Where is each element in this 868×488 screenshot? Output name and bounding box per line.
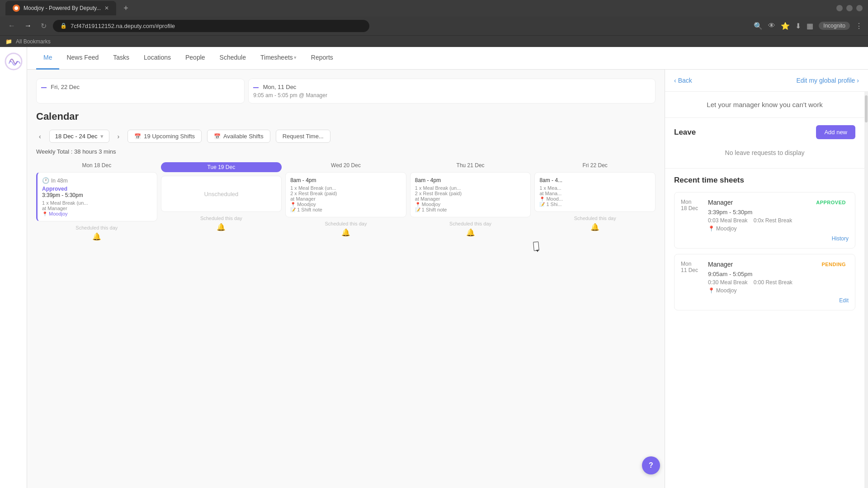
available-shifts-button[interactable]: 📅 Available Shifts xyxy=(207,130,270,143)
maximize-button[interactable] xyxy=(846,5,853,11)
add-shift-icon-fri[interactable]: 🔔 xyxy=(534,223,656,231)
day-header-fri: Fri 22 Dec xyxy=(534,162,656,169)
day-column-thu: Thu 21 Dec 8am - 4pm 1 x Meal Break (un.… xyxy=(410,162,531,241)
calendar-controls: ‹ 18 Dec - 24 Dec ▾ › 📅 19 Upcoming Shif… xyxy=(36,130,656,143)
download-icon[interactable]: ⬇ xyxy=(795,22,801,30)
forward-navigation-button[interactable]: → xyxy=(22,20,34,32)
add-leave-button[interactable]: Add new xyxy=(816,125,855,139)
add-shift-icon-wed[interactable]: 🔔 xyxy=(285,228,406,237)
timesheet-edit-button[interactable]: Edit xyxy=(839,297,849,304)
shift-location-fri: at Mana... xyxy=(539,191,651,196)
add-shift-icon-thu[interactable]: 🔔 xyxy=(410,228,531,237)
url-text: 7cf47d19112152.na.deputy.com/#profile xyxy=(71,23,175,29)
new-tab-button[interactable]: + xyxy=(120,4,132,13)
location-pin-icon-thu: 📍 xyxy=(415,202,420,207)
leave-header: Leave Add new xyxy=(674,125,855,139)
nav-item-news-feed[interactable]: News Feed xyxy=(59,47,106,70)
day-column-tue: Tue 19 Dec Unscheduled Scheduled this da… xyxy=(161,162,282,241)
toolbar-actions: 🔍 👁 ⭐ ⬇ ▦ Incognito ⋮ xyxy=(754,22,863,30)
preview-card-fri: Fri, 22 Dec xyxy=(36,79,245,103)
shift-approved-status: Approved xyxy=(42,186,152,192)
back-button[interactable]: ‹ Back xyxy=(674,77,692,84)
prev-week-button[interactable]: ‹ xyxy=(36,130,44,143)
timesheets-dropdown-icon: ▾ xyxy=(294,55,297,61)
weekly-total: Weekly Total : 38 hours 3 mins xyxy=(36,148,656,155)
browser-tab[interactable]: Moodjoy - Powered By Deputy... ✕ xyxy=(5,1,116,15)
top-navigation: Me News Feed Tasks Locations People Sche… xyxy=(27,47,868,70)
location-pin-icon: 📍 xyxy=(42,211,47,216)
tab-close-button[interactable]: ✕ xyxy=(104,5,109,11)
help-button[interactable]: ? xyxy=(642,456,660,474)
shift-card-wed[interactable]: 8am - 4pm 1 x Meal Break (un... 2 x Rest… xyxy=(285,172,406,217)
svg-point-0 xyxy=(14,6,18,10)
shift-card-thu[interactable]: 8am - 4pm 1 x Meal Break (un... 2 x Rest… xyxy=(410,172,531,217)
date-range-dropdown-icon: ▾ xyxy=(100,133,104,140)
scroll-thumb[interactable] xyxy=(865,95,868,122)
timesheet-location-1: 📍 Moodjoy xyxy=(708,225,849,232)
reload-button[interactable]: ↻ xyxy=(38,20,49,32)
shift-break1-fri: 1 x Mea... xyxy=(539,185,651,191)
timesheet-manager-1: Manager xyxy=(708,199,733,206)
nav-item-reports[interactable]: Reports xyxy=(304,47,340,70)
reader-mode-icon[interactable]: 👁 xyxy=(768,22,775,30)
calendar-grid: Mon 18 Dec 🕐 In 48m Approved 3:39pm - 5:… xyxy=(36,162,656,241)
menu-icon[interactable]: ⋮ xyxy=(855,22,863,30)
nav-item-me[interactable]: Me xyxy=(36,47,59,70)
shift-sublocation-fri: 📍 Mood... xyxy=(539,196,651,202)
tab-favicon xyxy=(13,5,20,12)
address-bar[interactable]: 🔒 7cf47d19112152.na.deputy.com/#profile xyxy=(53,20,369,32)
nav-item-people[interactable]: People xyxy=(178,47,212,70)
shift-at-location-mon: at Manager xyxy=(42,206,152,211)
shift-card-fri[interactable]: 8am - 4... 1 x Mea... at Mana... 📍 Mood.… xyxy=(534,172,656,212)
bookmark-icon[interactable]: ⭐ xyxy=(781,22,790,30)
bookmarks-folder-icon: 📁 xyxy=(5,38,12,45)
search-icon[interactable]: 🔍 xyxy=(754,22,763,30)
shift-time-fri: 8am - 4... xyxy=(539,177,651,183)
timesheet-date-1: Mon 18 Dec xyxy=(681,199,698,211)
shift-break2-thu: 2 x Rest Break (paid) xyxy=(415,191,526,196)
calendar-title: Calendar xyxy=(36,111,656,122)
shift-note-wed: 📝 1 Shift note xyxy=(290,207,401,212)
add-shift-icon-mon[interactable]: 🔔 xyxy=(36,232,157,241)
upcoming-shifts-button[interactable]: 📅 19 Upcoming Shifts xyxy=(127,130,202,143)
nav-item-locations[interactable]: Locations xyxy=(137,47,178,70)
timesheet-date-mon-2: Mon xyxy=(681,261,698,267)
note-icon-thu: 📝 xyxy=(415,207,420,212)
timesheet-footer-1: History xyxy=(708,235,849,242)
leave-title: Leave xyxy=(674,128,696,137)
shift-time-mon: 3:39pm - 5:30pm xyxy=(42,192,152,198)
timesheet-header-2: Manager PENDING xyxy=(708,261,849,268)
location-pin-icon-fri: 📍 xyxy=(539,197,545,202)
timesheet-details-2: Manager PENDING 9:05am - 5:05pm 0:30 Mea… xyxy=(708,261,849,304)
sidebar-logo xyxy=(0,47,27,488)
nav-item-schedule[interactable]: Schedule xyxy=(212,47,253,70)
location-pin-icon-ts2: 📍 xyxy=(708,287,715,294)
tab-title: Moodjoy - Powered By Deputy... xyxy=(24,5,101,11)
nav-item-tasks[interactable]: Tasks xyxy=(106,47,137,70)
edit-global-profile-button[interactable]: Edit my global profile › xyxy=(796,77,859,84)
next-week-button[interactable]: › xyxy=(115,130,123,143)
cant-work-section[interactable]: Let your manager know you can't work xyxy=(665,92,864,118)
back-chevron-icon: ‹ xyxy=(674,77,676,84)
bookmarks-label: All Bookmarks xyxy=(16,38,51,45)
clock-icon: 🕐 xyxy=(42,177,49,184)
sidebar-icon[interactable]: ▦ xyxy=(807,22,813,30)
shift-sublocation-mon: 📍 Moodjoy xyxy=(42,211,152,216)
timesheet-breaks-1: 0:03 Meal Break 0:0x Rest Break xyxy=(708,217,849,224)
request-time-button[interactable]: Request Time... xyxy=(276,130,330,143)
add-shift-icon-tue[interactable]: 🔔 xyxy=(161,223,282,231)
timesheet-date-sub-2: 11 Dec xyxy=(681,267,698,273)
timesheet-time-1: 3:39pm - 5:30pm xyxy=(708,209,849,216)
timesheet-card-1: Mon 18 Dec Manager APPROVED xyxy=(674,192,855,249)
request-time-label: Request Time... xyxy=(283,133,324,140)
close-button[interactable] xyxy=(856,5,863,11)
scroll-preview: Fri, 22 Dec Mon, 11 Dec 9:05 am - 5:05 p… xyxy=(36,79,656,103)
nav-item-timesheets[interactable]: Timesheets ▾ xyxy=(253,47,304,70)
shift-card-mon[interactable]: 🕐 In 48m Approved 3:39pm - 5:30pm 1 x Me… xyxy=(36,172,157,221)
minimize-button[interactable] xyxy=(836,5,843,11)
timesheet-history-button[interactable]: History xyxy=(832,235,849,242)
back-navigation-button[interactable]: ← xyxy=(5,20,18,32)
panel-header: ‹ Back Edit my global profile › xyxy=(665,70,868,92)
timesheets-section: Recent time sheets Mon 18 Dec xyxy=(665,169,864,323)
date-range-selector[interactable]: 18 Dec - 24 Dec ▾ xyxy=(49,130,109,143)
